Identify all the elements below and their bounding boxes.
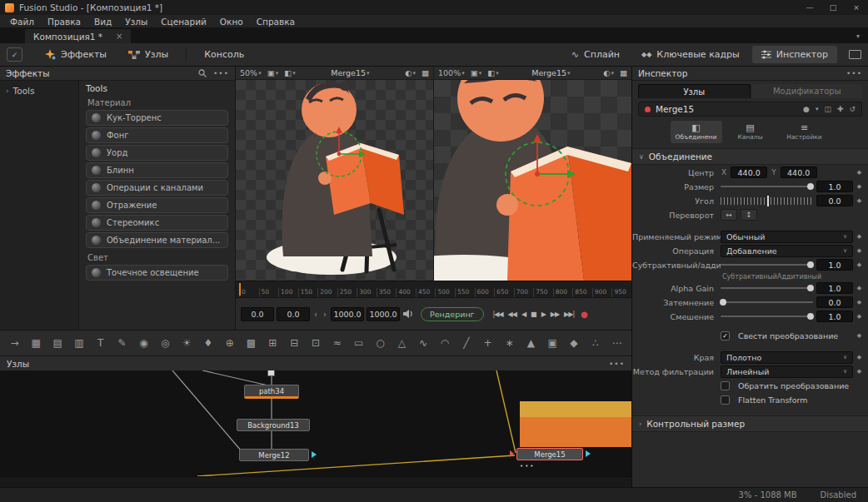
wand-mask-icon[interactable]: ◠ bbox=[439, 337, 451, 349]
tree-item-tools[interactable]: › Tools bbox=[0, 84, 78, 97]
blend-slider[interactable] bbox=[721, 316, 813, 317]
spline-editor-icon[interactable]: ╱ bbox=[460, 337, 472, 349]
record-icon[interactable]: ● bbox=[579, 310, 588, 319]
step-frame-input[interactable]: 0.0 bbox=[277, 307, 310, 321]
tab-modifiers[interactable]: Модификаторы bbox=[752, 84, 863, 98]
keyframes-button[interactable]: ◆◆ Ключевые кадры bbox=[632, 46, 749, 63]
flatten-checkbox-label[interactable]: Свести преобразование bbox=[733, 331, 838, 340]
underlay-icon[interactable]: ▦ bbox=[30, 337, 42, 349]
current-frame-input[interactable]: 0.0 bbox=[241, 307, 274, 321]
zoom-dropdown[interactable]: 50% ▾ bbox=[240, 68, 262, 77]
size-slider[interactable] bbox=[721, 186, 813, 187]
invert-transform-checkbox[interactable] bbox=[721, 381, 730, 390]
render-3d-icon[interactable]: ◆ bbox=[568, 337, 581, 349]
camera-3d-icon[interactable]: ▣ bbox=[546, 337, 559, 349]
ellipse-mask-icon[interactable]: ○ bbox=[374, 337, 387, 349]
menu-item[interactable]: Окно bbox=[213, 17, 250, 27]
node-path34[interactable]: path34 bbox=[244, 385, 299, 399]
split-view-dropdown[interactable]: ◐ ▾ bbox=[603, 68, 614, 77]
rectangle-mask-icon[interactable]: ▭ bbox=[352, 337, 365, 349]
node-merge15[interactable]: Merge15 bbox=[516, 448, 583, 460]
keyframe-diamond-icon[interactable]: ◆ bbox=[853, 183, 866, 190]
menu-item[interactable]: Сценарий bbox=[154, 17, 213, 27]
play-icon[interactable]: ▶ bbox=[539, 311, 548, 318]
fit-dropdown[interactable]: ▣ ▾ bbox=[471, 68, 482, 77]
zoom-dropdown[interactable]: 100% ▾ bbox=[438, 68, 465, 77]
subtractive-input[interactable]: 1.0 bbox=[816, 259, 853, 271]
merge-3d-icon[interactable]: ▲ bbox=[525, 337, 537, 349]
edges-dropdown[interactable]: Полотно ∨ bbox=[721, 351, 853, 364]
tree-expand-icon[interactable]: › bbox=[6, 87, 9, 95]
merge-section-header[interactable]: ∨ Объединение bbox=[632, 148, 868, 165]
minimize-button[interactable]: — bbox=[798, 0, 821, 15]
tool-item[interactable]: Фонг bbox=[86, 127, 228, 143]
matte-control-icon[interactable]: ▩ bbox=[245, 337, 257, 349]
reset-icon[interactable]: ↺ bbox=[849, 105, 856, 113]
particles-icon[interactable]: ∴ bbox=[589, 337, 601, 349]
menu-item[interactable]: Правка bbox=[41, 17, 87, 27]
nodes-button[interactable]: Узлы bbox=[119, 46, 177, 63]
frame-forward-icon[interactable]: › bbox=[322, 310, 328, 319]
tool-item[interactable]: Кук-Торренс bbox=[86, 110, 228, 126]
effects-button[interactable]: Эффекты bbox=[36, 46, 116, 63]
brightness-contrast-icon[interactable]: ☀ bbox=[181, 337, 193, 349]
range-end-input[interactable]: 1000.0 bbox=[367, 307, 400, 321]
render-button[interactable]: Рендеринг bbox=[421, 307, 484, 321]
slider-knob[interactable] bbox=[807, 183, 814, 190]
keyframe-diamond-icon[interactable]: ◆ bbox=[853, 233, 866, 240]
tab-close-icon[interactable]: × bbox=[116, 32, 122, 41]
version-dot-icon[interactable]: ● bbox=[803, 105, 810, 113]
burn-in-input[interactable]: 0.0 bbox=[816, 296, 853, 308]
angle-dial[interactable] bbox=[721, 197, 813, 205]
center-x-input[interactable]: 440.0 bbox=[731, 167, 767, 178]
loader-icon[interactable]: ▤ bbox=[52, 337, 64, 349]
fast-forward-icon[interactable]: ▶▶ bbox=[548, 311, 561, 318]
audio-icon[interactable] bbox=[402, 309, 414, 319]
color-corrector-icon[interactable]: ◉ bbox=[137, 337, 150, 349]
frame-back-icon[interactable]: ‹ bbox=[312, 310, 319, 319]
timeline-ruler[interactable]: 0501001502002503003504004505005506006507… bbox=[236, 281, 631, 297]
viewer-right-canvas[interactable] bbox=[434, 80, 631, 281]
subtractive-slider[interactable] bbox=[721, 264, 813, 266]
tool-item[interactable]: Отражение bbox=[86, 197, 228, 213]
dual-monitor-icon[interactable] bbox=[849, 50, 861, 59]
lut-dropdown[interactable]: ◧ ▾ bbox=[487, 68, 499, 77]
filter-method-dropdown[interactable]: Линейный ∨ bbox=[721, 365, 853, 378]
menu-item[interactable]: Узлы bbox=[118, 17, 154, 27]
burn-in-slider[interactable] bbox=[721, 301, 813, 303]
hue-saturation-icon[interactable]: ♦ bbox=[202, 337, 214, 349]
alpha-gain-slider[interactable] bbox=[721, 287, 813, 289]
flatten-transform-label[interactable]: Flatten Transform bbox=[733, 395, 808, 405]
keyframe-diamond-icon[interactable]: ◆ bbox=[853, 299, 866, 306]
tool-item[interactable]: Объединение материал... bbox=[86, 232, 228, 248]
spline-button[interactable]: ∿ Сплайн bbox=[562, 46, 629, 63]
tab-list-chevron-icon[interactable]: ▾ bbox=[856, 32, 868, 40]
roi-grid-button[interactable]: ▦ bbox=[620, 68, 627, 77]
node-background13[interactable]: Background13 bbox=[237, 419, 310, 431]
lut-dropdown[interactable]: ◧ ▾ bbox=[284, 68, 296, 77]
chevron-down-icon[interactable]: ▾ bbox=[816, 106, 819, 112]
split-view-dropdown[interactable]: ◐ ▾ bbox=[405, 68, 416, 77]
flatten-checkbox[interactable]: ✓ bbox=[721, 331, 730, 340]
keyframe-diamond-icon[interactable]: ◆ bbox=[853, 354, 866, 360]
play-reverse-icon[interactable]: ◀ bbox=[519, 311, 528, 318]
viewer-node-dropdown[interactable]: Merge15 ▾ bbox=[331, 68, 369, 77]
keyframe-diamond-icon[interactable]: ◆ bbox=[853, 197, 866, 204]
tool-item[interactable]: Стереомикс bbox=[86, 215, 228, 231]
node-connector-square[interactable] bbox=[267, 370, 275, 376]
color-curves-icon[interactable]: ◎ bbox=[159, 337, 172, 349]
reference-size-section-header[interactable]: › Контрольный размер bbox=[632, 415, 868, 432]
keyframe-diamond-icon[interactable]: ◆ bbox=[853, 285, 866, 291]
flip-horizontal-button[interactable]: ↔ bbox=[721, 209, 737, 221]
effects-menu-icon[interactable]: ••• bbox=[213, 69, 229, 77]
flip-vertical-button[interactable]: ↕ bbox=[741, 209, 757, 221]
keyframe-diamond-icon[interactable]: ◆ bbox=[853, 313, 866, 320]
subtab-channels[interactable]: ▤ Каналы bbox=[725, 121, 776, 143]
playhead[interactable] bbox=[239, 283, 241, 296]
tool-item[interactable]: Операции с каналами bbox=[86, 180, 228, 196]
keyframe-diamond-icon[interactable]: ◆ bbox=[853, 261, 866, 268]
saver-icon[interactable]: ▥ bbox=[72, 337, 85, 349]
flatten-transform-checkbox[interactable] bbox=[721, 395, 730, 405]
keyframe-diamond-icon[interactable]: ◆ bbox=[853, 169, 866, 176]
blend-input[interactable]: 1.0 bbox=[816, 311, 853, 322]
